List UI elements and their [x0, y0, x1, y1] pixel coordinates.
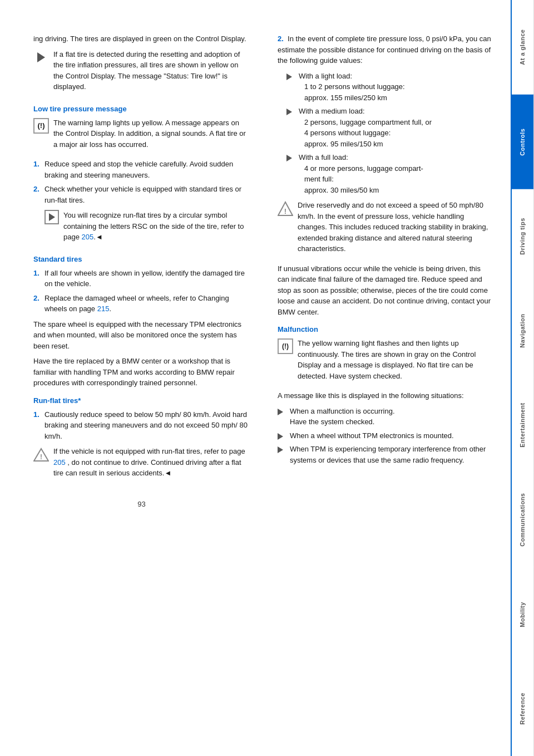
steps-list-2: 1. If all four wheels are shown in yello…	[33, 268, 250, 315]
intro-text: ing driving. The tires are displayed in …	[33, 33, 250, 45]
svg-text:!: !	[284, 207, 286, 215]
step-1-2: 2. Check whether your vehicle is equippe…	[33, 184, 250, 205]
page-number: 93	[33, 500, 250, 508]
malfunction-excl-icon: (!)	[278, 338, 293, 354]
low-pressure-heading: Low tire pressure message	[33, 105, 250, 113]
step-2-1: 1. If all four wheels are shown in yello…	[33, 268, 250, 289]
malfunction-bullet-3: When TPM is experiencing temporary inter…	[278, 444, 494, 465]
spare-wheel-text: The spare wheel is equipped with the nec…	[33, 319, 250, 352]
bullet-triangle-1	[286, 73, 292, 80]
standard-tires-heading: Standard tires	[33, 255, 250, 263]
malfunction-situations-intro: A message like this is displayed in the …	[278, 390, 494, 401]
svg-text:!: !	[40, 453, 42, 461]
run-flat-step-1: 1. Cautiously reduce speed to below 50 m…	[33, 409, 250, 442]
bullet-triangle-m3	[278, 446, 283, 453]
run-flat-note-text: You will recognize run-flat tires by a c…	[63, 210, 250, 243]
right-column: 2. In the event of complete tire pressur…	[272, 33, 494, 734]
run-flat-heading: Run-flat tires*	[33, 396, 250, 405]
run-flat-caution-page-link[interactable]: 205	[53, 458, 66, 467]
step-1-1: 1. Reduce speed and stop the vehicle car…	[33, 159, 250, 180]
run-flat-note: You will recognize run-flat tires by a c…	[44, 210, 250, 247]
main-content: ing driving. The tires are displayed in …	[0, 0, 511, 756]
triangle-caution-icon: !	[33, 447, 49, 464]
run-flat-steps: 1. Cautiously reduce speed to below 50 m…	[33, 409, 250, 442]
sidebar-tab-driving-tips[interactable]: Driving tips	[511, 189, 534, 284]
exclamation-icon: (!)	[33, 118, 49, 134]
guide-full-load: With a full load: 4 or more persons, lug…	[286, 152, 494, 195]
malfunction-note-box: (!) The yellow warning light flashes and…	[278, 338, 494, 386]
page-container: ing driving. The tires are displayed in …	[0, 0, 534, 756]
sidebar-tab-mobility[interactable]: Mobility	[511, 567, 534, 662]
changing-wheels-link[interactable]: 215	[97, 305, 110, 313]
flat-tire-note: If a flat tire is detected during the re…	[53, 49, 250, 92]
malfunction-bullet-1: When a malfunction is occurring.Have the…	[278, 406, 494, 428]
malfunction-bullet-2: When a wheel without TPM electronics is …	[278, 430, 494, 441]
bullet-triangle-m2	[278, 433, 283, 440]
sidebar-tab-entertainment[interactable]: Entertainment	[511, 378, 534, 473]
left-column: ing driving. The tires are displayed in …	[33, 33, 261, 734]
malfunction-note: The yellow warning light flashes and the…	[298, 338, 494, 381]
drive-warning-text: Drive reservedly and do not exceed a spe…	[298, 200, 494, 254]
step-2-2: 2. Replace the damaged wheel or wheels, …	[33, 293, 250, 315]
sidebar-tab-communications[interactable]: Communications	[511, 473, 534, 567]
sidebar-tab-navigation[interactable]: Navigation	[511, 283, 534, 378]
step-2-intro: 2. In the event of complete tire pressur…	[278, 33, 494, 66]
warning-note: The warning lamp lights up yellow. A mes…	[53, 117, 250, 150]
sidebar-tab-at-a-glance[interactable]: At a glance	[511, 0, 534, 95]
sidebar-tab-controls[interactable]: Controls	[511, 95, 534, 189]
play-icon	[33, 50, 49, 65]
bullet-triangle-2	[286, 109, 292, 115]
guide-values: With a light load: 1 to 2 persons withou…	[286, 71, 494, 196]
drive-warning-icon: !	[278, 201, 293, 218]
malfunction-bullets: When a malfunction is occurring.Have the…	[278, 406, 494, 466]
flat-tire-note-box: If a flat tire is detected during the re…	[33, 49, 250, 97]
malfunction-heading: Malfunction	[278, 325, 494, 333]
bullet-triangle-3	[286, 155, 292, 161]
drive-warning-box: ! Drive reservedly and do not exceed a s…	[278, 200, 494, 259]
play-icon-2	[44, 210, 59, 224]
guide-light-load: With a light load: 1 to 2 persons withou…	[286, 71, 494, 104]
workshop-text: Have the tire replaced by a BMW center o…	[33, 356, 250, 389]
run-flat-page-link[interactable]: 205	[82, 233, 94, 241]
guide-medium-load: With a medium load: 2 persons, luggage c…	[286, 106, 494, 149]
sidebar-tab-reference[interactable]: Reference	[511, 661, 534, 756]
unusual-vibration-text: If unusual vibrations occur while the ve…	[278, 263, 494, 318]
run-flat-caution-text: If the vehicle is not equipped with run-…	[53, 446, 250, 479]
run-flat-caution-box: ! If the vehicle is not equipped with ru…	[33, 446, 250, 483]
bullet-triangle-m1	[278, 409, 283, 415]
warning-note-box: (!) The warning lamp lights up yellow. A…	[33, 117, 250, 155]
steps-list-1: 1. Reduce speed and stop the vehicle car…	[33, 159, 250, 205]
sidebar: At a glance Controls Driving tips Naviga…	[511, 0, 534, 756]
